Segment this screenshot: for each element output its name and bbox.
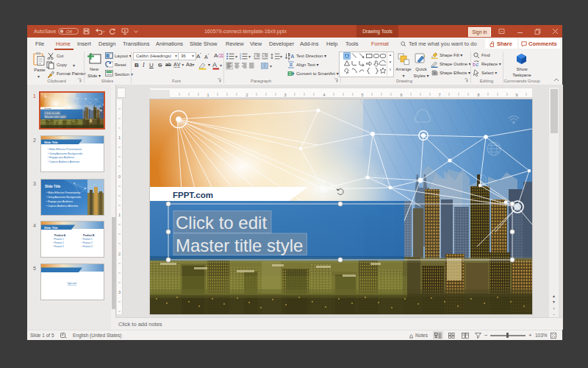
svg-text:c: c <box>476 62 479 67</box>
svg-text:b: b <box>473 62 476 67</box>
svg-text:Click to edit: Click to edit <box>176 213 267 233</box>
svg-text:• Engage your Audience: • Engage your Audience <box>48 156 74 159</box>
svg-text:• Make Effective Presentations: • Make Effective Presentations <box>46 191 80 194</box>
svg-text:• Make Effective Presentations: • Make Effective Presentations <box>48 148 82 151</box>
svg-text:• Engage your Audience: • Engage your Audience <box>46 200 73 203</box>
svg-text:• Using Awesome Backgrounds: • Using Awesome Backgrounds <box>48 152 82 155</box>
svg-text:A: A <box>345 54 348 58</box>
svg-text:3: 3 <box>284 93 286 97</box>
svg-text:3: 3 <box>240 57 241 60</box>
svg-text:5: 5 <box>361 93 363 97</box>
svg-text:• Feature 2: • Feature 2 <box>53 241 64 244</box>
svg-text:1: 1 <box>118 213 121 217</box>
svg-text:Product B: Product B <box>83 234 95 237</box>
svg-text:Master title style: Master title style <box>176 236 303 255</box>
svg-text:fppt.com: fppt.com <box>68 282 77 285</box>
svg-text:Slide Title: Slide Title <box>44 226 59 230</box>
svg-text:• Feature 3: • Feature 3 <box>82 245 93 248</box>
svg-text:7: 7 <box>438 93 440 97</box>
svg-text:Off: Off <box>66 29 72 34</box>
svg-text:9: 9 <box>515 93 517 97</box>
svg-text:▾: ▾ <box>220 63 222 68</box>
svg-text:6: 6 <box>400 93 402 97</box>
svg-text:Slide Title: Slide Title <box>45 185 61 188</box>
svg-text:A: A <box>291 54 295 59</box>
svg-text:• Feature 3: • Feature 3 <box>53 245 64 248</box>
svg-text:Product A: Product A <box>54 234 66 237</box>
svg-text:• Feature 2: • Feature 2 <box>82 241 93 244</box>
svg-text:Slide Title: Slide Title <box>44 141 59 144</box>
svg-text:• Capture Audience Attention: • Capture Audience Attention <box>48 160 79 163</box>
svg-text:A: A <box>212 61 217 68</box>
svg-text:• Using Awesome Backgrounds: • Using Awesome Backgrounds <box>46 196 81 199</box>
svg-text:• Feature 1: • Feature 1 <box>53 238 64 241</box>
svg-text:4: 4 <box>323 93 325 97</box>
svg-text:• Feature 1: • Feature 1 <box>82 238 93 241</box>
svg-text:2: 2 <box>245 93 248 97</box>
svg-text:1: 1 <box>118 135 121 140</box>
svg-text:1: 1 <box>207 93 209 97</box>
svg-text:3: 3 <box>118 290 121 294</box>
svg-text:0: 0 <box>118 174 121 179</box>
svg-text:FPPT.com: FPPT.com <box>173 191 213 199</box>
svg-text:8: 8 <box>477 93 479 97</box>
svg-text:• Capture Audience Attention: • Capture Audience Attention <box>46 205 78 208</box>
svg-text:2: 2 <box>118 252 121 256</box>
